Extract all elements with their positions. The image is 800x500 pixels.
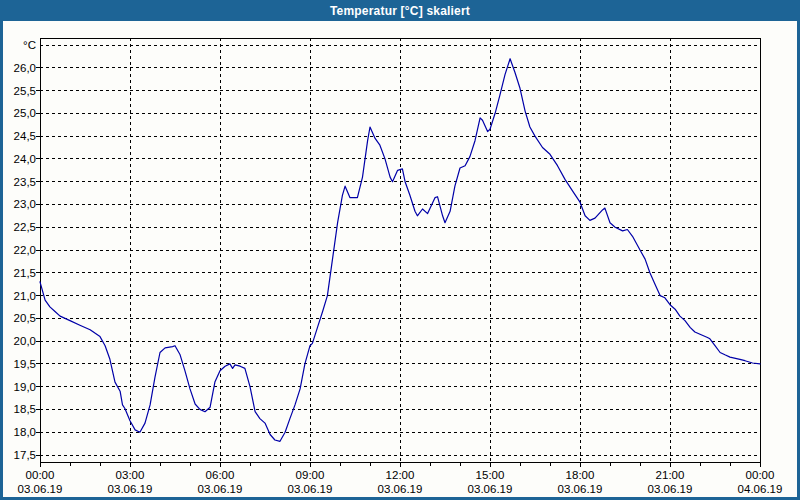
svg-text:18,0: 18,0 — [14, 426, 36, 438]
temperature-chart: °C26,025,525,024,524,023,523,022,522,021… — [0, 0, 800, 500]
svg-text:03:00: 03:00 — [116, 469, 145, 481]
svg-text:00:00: 00:00 — [746, 469, 775, 481]
svg-text:25,5: 25,5 — [14, 85, 36, 97]
svg-text:26,0: 26,0 — [14, 62, 36, 74]
svg-text:22,0: 22,0 — [14, 244, 36, 256]
svg-text:23,0: 23,0 — [14, 198, 36, 210]
svg-text:18:00: 18:00 — [566, 469, 595, 481]
svg-text:09:00: 09:00 — [296, 469, 325, 481]
svg-text:03.06.19: 03.06.19 — [18, 483, 63, 495]
svg-text:21,0: 21,0 — [14, 290, 36, 302]
y-axis-unit-label: °C — [23, 39, 36, 51]
svg-text:20,5: 20,5 — [14, 312, 36, 324]
svg-text:24,0: 24,0 — [14, 153, 36, 165]
svg-text:15:00: 15:00 — [476, 469, 505, 481]
svg-text:22,5: 22,5 — [14, 221, 36, 233]
svg-text:20,0: 20,0 — [14, 335, 36, 347]
svg-text:03.06.19: 03.06.19 — [378, 483, 423, 495]
svg-text:21:00: 21:00 — [656, 469, 685, 481]
svg-text:25,0: 25,0 — [14, 107, 36, 119]
svg-text:23,5: 23,5 — [14, 176, 36, 188]
svg-text:00:00: 00:00 — [26, 469, 55, 481]
chart-area: °C26,025,525,024,524,023,523,022,522,021… — [0, 21, 800, 497]
svg-text:21,5: 21,5 — [14, 267, 36, 279]
svg-text:18,5: 18,5 — [14, 403, 36, 415]
grid-lines — [40, 38, 760, 462]
svg-text:24,5: 24,5 — [14, 130, 36, 142]
y-axis-labels: °C26,025,525,024,524,023,523,022,522,021… — [14, 39, 36, 461]
svg-text:03.06.19: 03.06.19 — [468, 483, 513, 495]
svg-text:03.06.19: 03.06.19 — [108, 483, 153, 495]
svg-text:19,0: 19,0 — [14, 381, 36, 393]
axis-ticks — [36, 68, 760, 467]
svg-text:03.06.19: 03.06.19 — [198, 483, 243, 495]
svg-text:19,5: 19,5 — [14, 358, 36, 370]
svg-text:03.06.19: 03.06.19 — [288, 483, 333, 495]
svg-text:12:00: 12:00 — [386, 469, 415, 481]
svg-text:17,5: 17,5 — [14, 449, 36, 461]
svg-text:06:00: 06:00 — [206, 469, 235, 481]
svg-text:03.06.19: 03.06.19 — [648, 483, 693, 495]
svg-text:03.06.19: 03.06.19 — [558, 483, 603, 495]
x-axis-labels: 00:0003.06.1903:0003.06.1906:0003.06.190… — [18, 469, 783, 495]
chart-window: Temperatur [°C] skaliert °C26,025,525,02… — [0, 0, 800, 500]
svg-text:04.06.19: 04.06.19 — [738, 483, 783, 495]
